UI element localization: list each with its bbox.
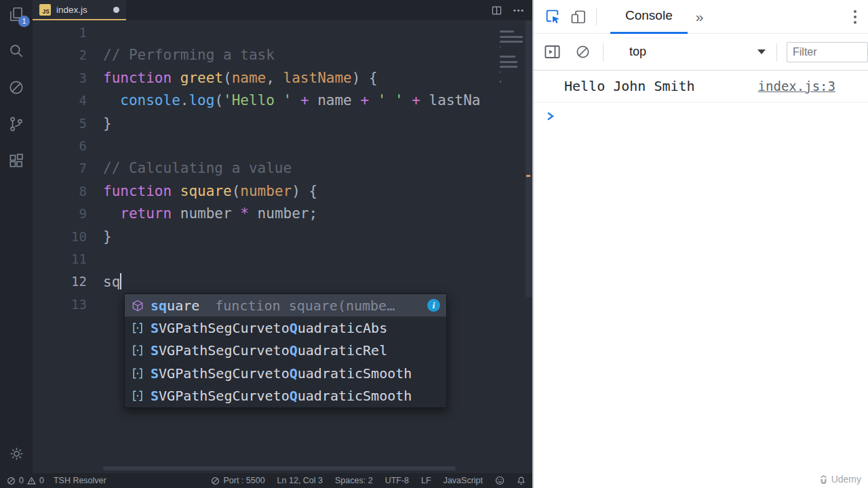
search-icon[interactable] [7, 42, 25, 60]
code-lines[interactable]: // Performing a taskfunction greet(name,… [103, 22, 501, 316]
feedback-smiley-icon[interactable] [495, 476, 505, 485]
more-tabs-chevron[interactable]: » [696, 9, 704, 25]
line-number[interactable]: 3 [33, 67, 87, 89]
code-line[interactable]: function square(number) { [103, 180, 501, 203]
port-icon [211, 476, 220, 485]
explorer-badge: 1 [18, 16, 30, 27]
cursor-position[interactable]: Ln 12, Col 3 [277, 476, 323, 485]
line-number[interactable]: 10 [33, 226, 87, 248]
prompt-chevron-icon [547, 111, 868, 121]
warning-icon [27, 476, 36, 485]
code-line[interactable] [103, 248, 501, 270]
source-control-icon[interactable] [7, 115, 25, 133]
toolbar-divider [596, 8, 597, 26]
gutter[interactable]: 12345678910111213 [33, 22, 87, 316]
console-log-row: Hello John Smith index.js:3 [534, 70, 868, 102]
line-number[interactable]: 7 [33, 157, 87, 180]
bracket-icon [131, 389, 144, 403]
error-icon [7, 476, 16, 485]
suggest-label: SVGPathSegCurvetoQuadraticRel [151, 342, 387, 359]
code-line[interactable]: return number * number; [103, 203, 501, 225]
code-line[interactable] [103, 22, 501, 44]
toolbar-divider [776, 43, 777, 61]
code-line[interactable]: // Performing a task [103, 44, 501, 66]
suggest-detail: function square(numbe… [215, 298, 421, 314]
code-line[interactable]: } [103, 226, 501, 248]
run-debug-icon[interactable] [7, 79, 25, 96]
code-line[interactable] [103, 135, 501, 157]
javascript-file-icon: JS [39, 4, 51, 16]
suggest-item[interactable]: SVGPathSegCurvetoQuadraticSmooth [125, 385, 446, 407]
indentation[interactable]: Spaces: 2 [335, 476, 373, 485]
suggest-item[interactable]: squarefunction square(numbe…i [125, 294, 446, 317]
line-number[interactable]: 2 [33, 44, 87, 66]
warning-count: 0 [39, 476, 44, 485]
notifications-bell-icon[interactable] [517, 476, 526, 485]
explorer-icon[interactable]: 1 [7, 5, 25, 23]
console-prompt[interactable] [534, 102, 868, 121]
source-location-link[interactable]: index.js:3 [758, 79, 835, 94]
line-number[interactable]: 8 [33, 180, 87, 203]
console-sidebar-icon[interactable] [543, 43, 561, 61]
suggest-list: squarefunction square(numbe…iSVGPathSegC… [125, 294, 446, 407]
code-line[interactable]: console.log('Hello ' + name + ' ' + last… [103, 89, 501, 112]
code-line[interactable]: // Calculating a value [103, 157, 501, 180]
console-toolbar: top [534, 34, 868, 70]
line-number[interactable]: 12 [33, 270, 87, 293]
encoding[interactable]: UTF-8 [385, 476, 409, 485]
bracket-icon [131, 344, 144, 357]
info-icon[interactable]: i [427, 299, 440, 312]
activity-bar: 1 [0, 0, 33, 473]
editor-actions [491, 0, 524, 20]
line-number[interactable]: 9 [33, 203, 87, 225]
device-toolbar-icon[interactable] [570, 9, 587, 25]
line-number[interactable]: 11 [33, 248, 87, 270]
settings-gear-icon[interactable] [7, 445, 25, 462]
minimap[interactable] [500, 26, 524, 91]
suggest-label: SVGPathSegCurvetoQuadraticAbs [151, 320, 387, 336]
suggest-label: SVGPathSegCurvetoQuadraticSmooth [151, 388, 412, 404]
line-number[interactable]: 13 [33, 293, 87, 316]
eol-sequence[interactable]: LF [421, 476, 431, 485]
suggest-item[interactable]: SVGPathSegCurvetoQuadraticAbs [125, 317, 446, 339]
tab-index-js[interactable]: JS index.js [33, 0, 126, 20]
unsaved-changes-dot-icon[interactable] [113, 7, 119, 13]
suggest-item[interactable]: SVGPathSegCurvetoQuadraticRel [125, 340, 446, 362]
line-number[interactable]: 4 [33, 89, 87, 112]
suggest-item[interactable]: SVGPathSegCurvetoQuadraticSmooth [125, 362, 446, 384]
toolbar-divider [603, 43, 604, 61]
line-number[interactable]: 6 [33, 135, 87, 157]
extensions-icon[interactable] [7, 152, 25, 169]
language-mode[interactable]: JavaScript [443, 476, 483, 485]
vertical-scrollbar[interactable] [526, 20, 532, 297]
tab-console[interactable]: Console [610, 0, 688, 34]
horizontal-scrollbar[interactable] [103, 466, 456, 470]
chevron-down-icon [757, 49, 766, 54]
context-selector-dropdown[interactable]: top [613, 45, 776, 59]
line-number[interactable]: 5 [33, 113, 87, 135]
problems-status[interactable]: 0 0 [7, 476, 44, 485]
code-line[interactable]: function greet(name, lastName) { [103, 67, 501, 89]
live-server-port[interactable]: Port : 5500 [211, 476, 264, 485]
suggest-label: square [151, 298, 199, 314]
devtools-panel: Console » top Hello John Smith index.js [532, 0, 868, 488]
port-label: Port : 5500 [223, 476, 264, 485]
autocomplete-popup: squarefunction square(numbe…iSVGPathSegC… [124, 293, 447, 408]
bracket-icon [131, 321, 144, 335]
line-number[interactable]: 1 [33, 22, 87, 44]
udemy-watermark: Udemy [819, 474, 861, 485]
filter-input[interactable] [787, 42, 868, 62]
bracket-icon [131, 367, 144, 380]
inspect-element-icon[interactable] [545, 8, 561, 25]
more-actions-icon[interactable] [513, 8, 524, 13]
code-line[interactable]: } [103, 113, 501, 135]
clear-console-icon[interactable] [575, 44, 591, 60]
split-editor-icon[interactable] [491, 5, 502, 16]
code-line[interactable]: sq [103, 270, 501, 293]
resolver-status[interactable]: TSH Resolver [54, 476, 106, 485]
cube-icon [131, 299, 144, 312]
watermark-label: Udemy [831, 474, 861, 485]
devtools-menu-kebab-icon[interactable] [853, 9, 857, 25]
overview-ruler-mark [526, 175, 530, 177]
context-selector-value: top [629, 45, 646, 59]
